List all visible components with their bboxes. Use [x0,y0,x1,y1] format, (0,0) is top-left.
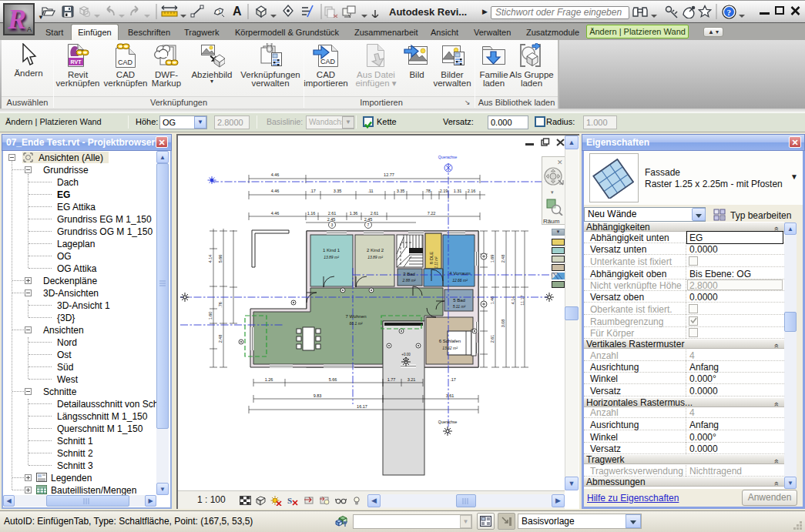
svg-text:2 Kind 2: 2 Kind 2 [367,248,384,253]
svg-text:+0.00: +0.00 [401,353,411,356]
svg-text:8 DLE: 8 DLE [429,252,434,265]
svg-text:3: 3 [331,223,334,227]
svg-text:16.17: 16.17 [357,404,367,409]
svg-text:2.88 m²: 2.88 m² [402,278,416,283]
svg-text:1 Kind 1: 1 Kind 1 [323,248,340,253]
svg-text:.78: .78 [424,189,431,193]
svg-text:1.36: 1.36 [350,211,358,216]
svg-text:1.69: 1.69 [490,255,495,263]
svg-text:3.61: 3.61 [446,393,454,398]
svg-text:5.66: 5.66 [329,377,337,382]
svg-text:4.46: 4.46 [271,189,280,193]
svg-text:4.46: 4.46 [271,172,280,177]
svg-text:1: 1 [218,9,221,15]
svg-text:2.48: 2.48 [501,255,505,263]
svg-text:2.19: 2.19 [440,189,448,193]
svg-text:12.66 m²: 12.66 m² [452,278,468,283]
svg-text:3.35: 3.35 [334,189,342,193]
svg-text:5 Bad: 5 Bad [453,298,465,303]
svg-text:3.08: 3.08 [501,320,505,328]
svg-text:Querachse: Querachse [438,155,458,159]
svg-text:1.60: 1.60 [208,312,213,320]
svg-text:1.11 m²: 1.11 m² [434,256,438,268]
svg-text:66.1 m²: 66.1 m² [350,321,363,326]
svg-text:3.35: 3.35 [397,189,405,193]
svg-text:4.46: 4.46 [271,211,280,216]
svg-text:2.48: 2.48 [218,335,223,343]
svg-text:3 Bad: 3 Bad [403,272,415,276]
svg-text:7 Wohnen: 7 Wohnen [345,314,366,319]
svg-text:CAD: CAD [320,58,336,65]
svg-text:7.22: 7.22 [428,211,436,216]
svg-text:4 Vorraum: 4 Vorraum [449,271,471,276]
svg-text:5.66: 5.66 [218,255,223,263]
svg-text:.17: .17 [450,377,456,382]
svg-text:1.31: 1.31 [454,189,462,193]
svg-text:CAD: CAD [118,59,133,66]
svg-text:3.21: 3.21 [408,377,416,382]
svg-text:S: S [287,496,292,505]
svg-text:6 Schlafen: 6 Schlafen [439,339,461,343]
svg-text:1.16: 1.16 [307,211,316,216]
svg-text:Querachse: Querachse [438,420,458,424]
svg-text:A: A [233,5,242,18]
svg-text:2.16: 2.16 [468,189,476,193]
svg-text:4.14: 4.14 [208,255,213,263]
svg-text:.11: .11 [367,189,373,193]
svg-text:13.62 m²: 13.62 m² [442,346,458,350]
svg-text:2.61: 2.61 [490,335,495,343]
svg-text:5.11 m²: 5.11 m² [453,304,466,309]
svg-text:7: 7 [367,223,370,227]
svg-text:.76: .76 [218,302,223,308]
svg-text:2.61: 2.61 [371,211,379,216]
svg-text:?: ? [727,8,732,17]
svg-text:2.45: 2.45 [364,217,373,222]
svg-text:2.61: 2.61 [328,211,337,216]
svg-text:.17: .17 [310,189,316,193]
svg-text:2.45: 2.45 [327,217,336,222]
svg-text:9.83: 9.83 [314,393,322,398]
svg-text:13.89 m²: 13.89 m² [367,255,383,259]
svg-text:13.89 m²: 13.89 m² [324,255,339,259]
svg-text:1.77: 1.77 [387,377,396,382]
svg-text:RVT: RVT [71,59,82,65]
svg-text:11.17: 11.17 [520,295,525,305]
svg-text:12.77: 12.77 [384,172,394,177]
svg-text:1.26: 1.26 [265,377,273,382]
